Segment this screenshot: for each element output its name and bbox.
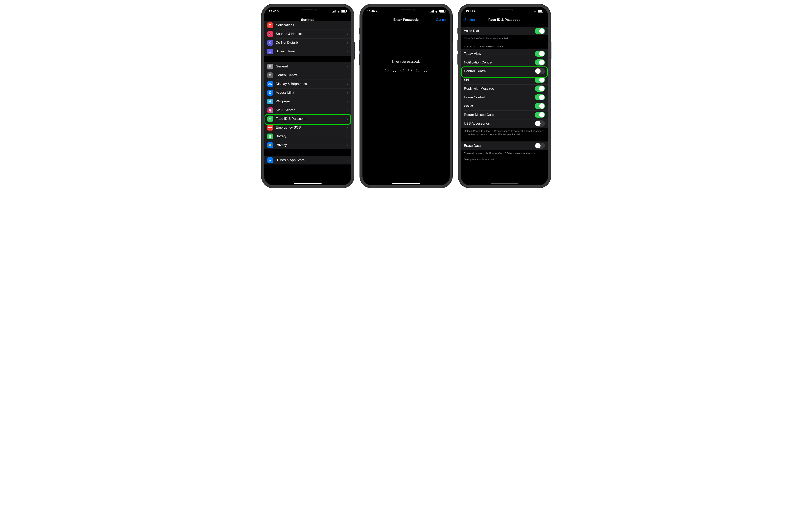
settings-row-display[interactable]: AA Display & Brightness › [264,80,351,88]
chevron-right-icon: › [347,23,348,27]
chevron-right-icon: › [347,91,348,95]
phone-settings: 15:40➤ Settings ◻︎ Notifications › 🔊 [261,4,354,188]
page-title: Face ID & Passcode [488,18,521,22]
display-icon: AA [267,81,273,87]
row-notification-centre[interactable]: Notification Centre [461,58,548,67]
appstore-icon: ⍲ [267,157,273,163]
passcode-dot [408,69,412,72]
row-reply-with-message[interactable]: Reply with Message [461,84,548,93]
row-home-control[interactable]: Home Control [461,93,548,102]
footer-usb: Unlock iPhone to allow USB accessories t… [461,128,548,136]
settings-row-wallpaper[interactable]: ❀ Wallpaper › [264,97,351,106]
settings-row-controlcentre[interactable]: ⊟ Control Centre › [264,71,351,80]
chevron-right-icon: › [347,108,348,112]
controlcentre-icon: ⊟ [267,73,273,78]
notch [385,7,427,13]
settings-row-itunes[interactable]: ⍲ iTunes & App Store › [264,156,351,164]
chevron-left-icon: ‹ [462,18,464,22]
location-icon: ➤ [474,10,476,12]
wallpaper-icon: ❀ [267,99,273,104]
settings-row-sos[interactable]: SOS Emergency SOS › [264,123,351,132]
row-erase-data[interactable]: Erase Data [461,141,548,150]
back-button[interactable]: ‹Settings [462,18,476,22]
battery-icon [538,10,543,12]
switch-usb-accessories[interactable] [535,120,545,127]
settings-row-siri[interactable]: ◉ Siri & Search › [264,106,351,114]
row-today-view[interactable]: Today View [461,49,548,58]
settings-row-privacy[interactable]: ✋ Privacy › [264,141,351,149]
notch [287,7,328,13]
switch-siri[interactable] [535,77,545,83]
battery-icon [341,10,347,12]
phone-faceid-settings: 15:41➤ ‹Settings Face ID & Passcode Voic… [458,4,551,188]
switch-notification-centre[interactable] [535,59,545,65]
settings-row-screentime[interactable]: ⧗ Screen Time › [264,47,351,56]
home-indicator[interactable] [392,183,420,184]
switch-wallet[interactable] [535,103,545,109]
passcode-dot [401,69,404,72]
signal-icon [332,10,336,12]
settings-row-battery[interactable]: ▮ Battery › [264,132,351,141]
footer-dataprotection: Data protection is enabled. [461,155,548,161]
row-return-missed-calls[interactable]: Return Missed Calls [461,110,548,119]
wifi-icon [337,10,340,12]
switch-control-centre[interactable] [535,68,545,74]
settings-row-notifications[interactable]: ◻︎ Notifications › [264,21,351,30]
status-time: 15:40 [269,9,277,13]
siri-icon: ◉ [267,107,273,113]
row-usb-accessories[interactable]: USB Accessories [461,119,548,128]
chevron-right-icon: › [347,32,348,36]
chevron-right-icon: › [347,73,348,77]
home-indicator[interactable] [294,183,322,184]
chevron-right-icon: › [347,126,348,130]
passcode-dot [424,69,427,72]
chevron-right-icon: › [347,134,348,138]
page-title: Enter Passcode [394,18,419,22]
passcode-prompt: Enter your passcode [362,60,450,63]
nav-bar: Enter Passcode Cancel [362,16,450,24]
location-icon: ➤ [376,10,378,12]
nav-bar: ‹Settings Face ID & Passcode [461,16,548,24]
settings-row-sounds[interactable]: 🔊 Sounds & Haptics › [264,30,351,38]
screentime-icon: ⧗ [267,49,273,54]
signal-icon [529,10,532,12]
wifi-icon [435,10,438,12]
chevron-right-icon: › [347,158,348,162]
home-indicator[interactable] [491,183,518,184]
settings-row-dnd[interactable]: ☾ Do Not Disturb › [264,38,351,47]
switch-home-control[interactable] [535,94,545,100]
switch-erase-data[interactable] [535,143,545,149]
settings-row-general[interactable]: ⚙︎ General › [264,62,351,71]
dnd-icon: ☾ [267,40,273,46]
status-time: 15:41 [466,9,473,13]
switch-reply-with-message[interactable] [535,85,545,92]
row-wallet[interactable]: Wallet [461,102,548,110]
phone-passcode: 15:40➤ Enter Passcode Cancel Enter your … [360,4,453,188]
passcode-dot [416,69,419,72]
accessibility-icon: ✪ [267,90,273,95]
header-allow-access: Allow access when locked: [461,45,548,49]
switch-voice-dial[interactable] [535,28,545,34]
footer-voice-dial: Music Voice Control is always enabled. [461,35,548,40]
general-icon: ⚙︎ [267,64,273,70]
settings-row-accessibility[interactable]: ✪ Accessibility › [264,88,351,97]
passcode-dot [393,69,396,72]
chevron-right-icon: › [347,64,348,69]
settings-row-faceid[interactable]: ☺︎ Face ID & Passcode › [264,114,351,123]
passcode-dots[interactable] [362,69,450,72]
row-siri[interactable]: Siri [461,76,548,84]
footer-erase: Erase all data on this iPhone after 10 f… [461,150,548,155]
cancel-button[interactable]: Cancel [436,18,446,22]
chevron-right-icon: › [347,82,348,86]
chevron-right-icon: › [347,41,348,45]
sounds-icon: 🔊 [267,31,273,37]
notifications-icon: ◻︎ [267,22,273,28]
row-voice-dial[interactable]: Voice Dial [461,27,548,35]
switch-return-missed-calls[interactable] [535,112,545,118]
row-control-centre[interactable]: Control Centre [461,67,548,76]
signal-icon [431,10,434,12]
passcode-dot [385,69,388,72]
battery-row-icon: ▮ [267,134,273,139]
switch-today-view[interactable] [535,51,545,57]
faceid-icon: ☺︎ [267,116,273,122]
